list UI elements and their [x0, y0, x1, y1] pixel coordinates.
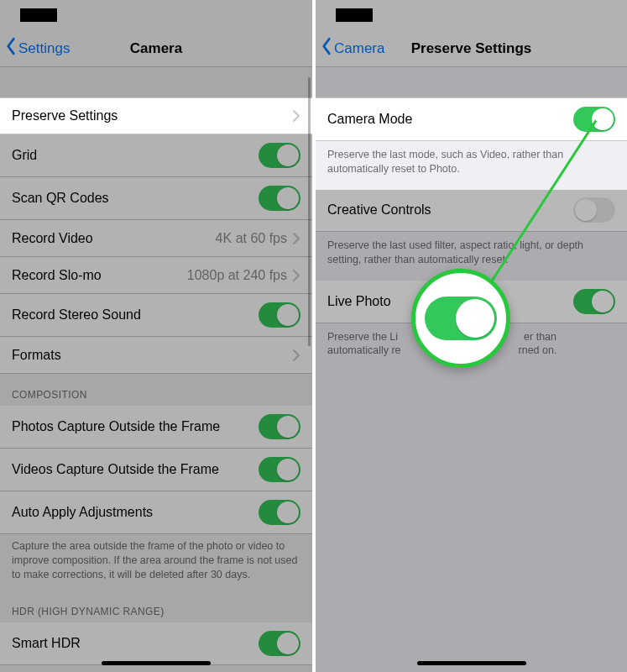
back-label: Camera: [334, 40, 384, 57]
row-label: Record Video: [12, 231, 93, 246]
toggle-grid[interactable]: [259, 143, 300, 168]
toggle-videos-outside[interactable]: [259, 457, 300, 482]
row-camera-mode-highlight[interactable]: Camera Mode: [316, 97, 627, 141]
row-label: Photos Capture Outside the Frame: [12, 419, 220, 434]
row-value: 4K at 60 fps: [216, 231, 287, 246]
status-bar: [0, 0, 312, 30]
section-header-composition: Composition: [0, 374, 312, 406]
row-formats[interactable]: Formats: [0, 337, 312, 374]
row-label: Scan QR Codes: [12, 191, 109, 206]
annotation-zoom-bubble: [411, 269, 510, 368]
section-header-hdr: HDR (High Dynamic Range): [0, 591, 312, 622]
row-label: Creative Controls: [327, 202, 431, 218]
row-auto-apply[interactable]: Auto Apply Adjustments: [0, 491, 312, 534]
row-smart-hdr[interactable]: Smart HDR: [0, 622, 312, 665]
camera-mode-desc-highlight: Preserve the last mode, such as Video, r…: [316, 141, 627, 190]
toggle-zoom-icon: [425, 297, 497, 340]
row-label: Live Photo: [327, 294, 391, 309]
row-scan-qr[interactable]: Scan QR Codes: [0, 177, 312, 220]
row-label: Videos Capture Outside the Frame: [12, 462, 219, 477]
toggle-live-photo[interactable]: [573, 289, 615, 314]
home-indicator: [102, 661, 211, 665]
highlight-preserve-settings: Preserve Settings: [0, 97, 312, 134]
home-indicator: [417, 661, 526, 665]
chevron-right-icon: [292, 232, 300, 245]
toggle-qr[interactable]: [259, 186, 300, 211]
row-value: 1080p at 240 fps: [187, 268, 287, 283]
toggle-smart-hdr[interactable]: [259, 631, 300, 656]
status-redaction: [20, 8, 57, 22]
scroll-indicator: [308, 77, 311, 346]
row-label: Grid: [12, 148, 37, 163]
status-redaction: [336, 8, 373, 22]
chevron-left-icon: [5, 37, 17, 60]
back-button[interactable]: Camera: [321, 37, 384, 60]
hdr-note: Smart HDR intelligently blends the best …: [0, 665, 312, 672]
chevron-right-icon: [292, 349, 300, 362]
composition-note: Capture the area outside the frame of th…: [0, 534, 312, 591]
row-label: Auto Apply Adjustments: [12, 505, 153, 520]
row-label: Smart HDR: [12, 636, 81, 651]
row-stereo-sound[interactable]: Record Stereo Sound: [0, 294, 312, 337]
back-label: Settings: [18, 40, 70, 57]
status-bar: [316, 0, 627, 30]
toggle-creative-controls[interactable]: [573, 197, 615, 223]
row-preserve-settings-highlight[interactable]: Preserve Settings: [0, 97, 312, 134]
row-label: Record Slo-mo: [12, 268, 102, 283]
row-label: Camera Mode: [327, 112, 412, 127]
nav-bar: Camera Preserve Settings: [316, 30, 627, 67]
row-record-slomo[interactable]: Record Slo-mo 1080p at 240 fps: [0, 257, 312, 294]
row-photos-outside[interactable]: Photos Capture Outside the Frame: [0, 406, 312, 449]
chevron-left-icon: [321, 37, 332, 60]
phone-camera-settings: Settings Camera Preserve Settings Grid S…: [0, 0, 312, 672]
row-label: Record Stereo Sound: [12, 307, 141, 323]
nav-bar: Settings Camera: [0, 30, 312, 67]
back-button[interactable]: Settings: [5, 37, 70, 60]
toggle-auto-apply[interactable]: [259, 500, 300, 525]
row-videos-outside[interactable]: Videos Capture Outside the Frame: [0, 449, 312, 491]
row-label: Preserve Settings: [12, 108, 118, 123]
row-record-video[interactable]: Record Video 4K at 60 fps: [0, 220, 312, 257]
toggle-stereo[interactable]: [259, 302, 300, 328]
toggle-photos-outside[interactable]: [259, 414, 300, 439]
row-creative-controls[interactable]: Creative Controls: [316, 189, 627, 232]
chevron-right-icon: [292, 269, 300, 282]
row-grid[interactable]: Grid: [0, 134, 312, 177]
chevron-right-icon: [292, 109, 300, 123]
row-label: Formats: [12, 348, 61, 363]
